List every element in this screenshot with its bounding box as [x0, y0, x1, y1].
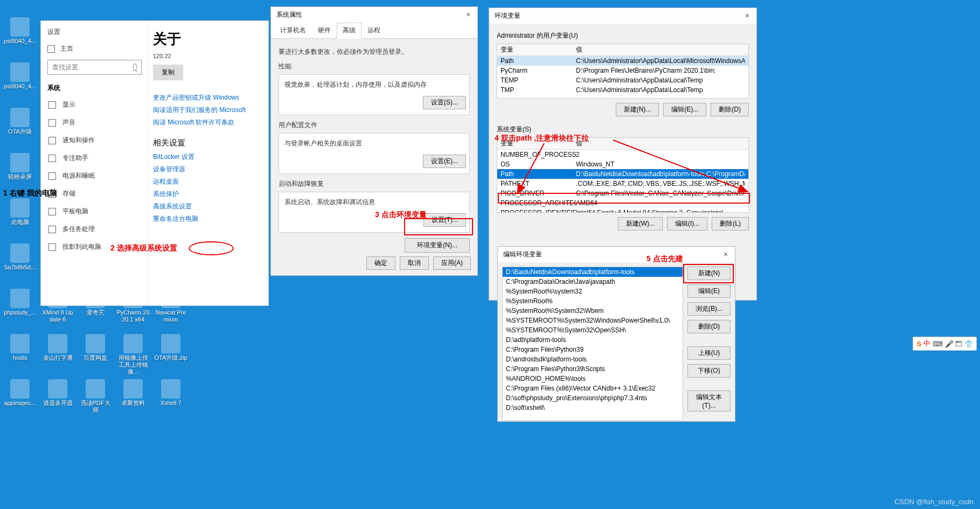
- ime-toolbar[interactable]: S 中 ⌨ 🎤 🗔 👕: [913, 337, 977, 351]
- path-item[interactable]: %SystemRoot%\System32\Wbem: [503, 306, 683, 316]
- path-item[interactable]: C:\ProgramData\Oracle\Java\javapath: [503, 277, 683, 287]
- home-item[interactable]: 主页: [41, 41, 148, 57]
- path-edit-button[interactable]: 编辑(E): [687, 284, 731, 298]
- desktop-icon[interactable]: 5a7b8b5d...: [3, 243, 37, 271]
- desktop-icon[interactable]: psi9040_4...: [3, 17, 37, 45]
- search-input[interactable]: [52, 64, 133, 71]
- user-edit-button[interactable]: 编辑(E)...: [663, 103, 706, 116]
- table-row[interactable]: PATHEXT.COM;.EXE;.BAT;.CMD;.VBS;.VBE;.JS…: [497, 179, 748, 189]
- desktop-icon[interactable]: 轻映录屏: [3, 153, 37, 180]
- tab[interactable]: 远程: [362, 23, 386, 38]
- user-vars-table[interactable]: 变量值 PathC:\Users\Administrator\AppData\L…: [497, 44, 749, 99]
- desktop-icon[interactable]: hosts: [3, 334, 37, 361]
- table-row[interactable]: PROCESSOR_IDENTIFIERIntel64 Family 6 Mod…: [497, 208, 748, 213]
- environment-variables-button[interactable]: 环境变量(N)...: [405, 238, 470, 253]
- path-item[interactable]: D:\soft\phpstudy_pro\Extensions\php\php7…: [503, 393, 683, 403]
- related-link[interactable]: 重命名这台电脑: [153, 214, 268, 224]
- sys-edit-button[interactable]: 编辑(I)...: [667, 217, 707, 231]
- path-item[interactable]: C:\Program Files\Python39: [503, 345, 683, 354]
- sidebar-item[interactable]: 专注助手: [41, 149, 148, 167]
- file-icon: [161, 379, 180, 399]
- close-icon[interactable]: ×: [464, 11, 472, 19]
- table-row[interactable]: PROCESSOR_ARCHITECT...AMD64: [497, 198, 748, 208]
- desktop-icon[interactable]: phpstudy_...: [3, 289, 37, 316]
- about-link[interactable]: 阅读适用于我们服务的 Microsoft: [153, 106, 268, 115]
- table-row[interactable]: TMPC:\Users\Administrator\AppData\Local\…: [497, 85, 748, 95]
- desktop-icon[interactable]: 卓聚资料: [116, 379, 150, 407]
- tab[interactable]: 计算机名: [274, 23, 312, 38]
- sidebar-item[interactable]: 存储: [41, 185, 148, 203]
- table-row[interactable]: OSWindows_NT: [497, 159, 748, 169]
- desktop-icon[interactable]: 金山打字通: [41, 334, 74, 361]
- ok-button[interactable]: 确定: [366, 256, 395, 270]
- related-link[interactable]: 高级系统设置: [153, 202, 268, 211]
- settings-search[interactable]: [47, 60, 142, 75]
- close-icon[interactable]: ×: [743, 12, 751, 20]
- desktop-icon[interactable]: 用镜像上传工具上传镜像...: [116, 334, 150, 376]
- path-item[interactable]: %SYSTEMROOT%\System32\OpenSSH\: [503, 325, 683, 335]
- path-item[interactable]: D:\adb\platform-tools: [503, 335, 683, 345]
- path-item[interactable]: %SystemRoot%: [503, 296, 683, 306]
- sidebar-item[interactable]: 投影到此电脑: [41, 238, 148, 256]
- desktop-icon[interactable]: appinspec...: [3, 379, 37, 407]
- path-item[interactable]: C:\Program Files\Python39\Scripts: [503, 364, 683, 374]
- desktop-icon[interactable]: 百度网盘: [79, 334, 112, 361]
- sys-vars-table[interactable]: 变量值 NUMBER_OF_PROCESSORS2OSWindows_NTPat…: [497, 137, 749, 213]
- path-item[interactable]: %SYSTEMROOT%\System32\WindowsPowerShell\…: [503, 316, 683, 325]
- sidebar-item[interactable]: 通知和操作: [41, 131, 148, 149]
- desktop-icon[interactable]: Xshell 7: [154, 379, 187, 407]
- desktop-icon[interactable]: 逍遥多开器: [41, 379, 74, 407]
- perf-settings-button[interactable]: 设置(S)...: [423, 96, 466, 109]
- desktop-icon[interactable]: 迅读PDF大师: [79, 379, 112, 414]
- close-icon[interactable]: ×: [722, 251, 729, 259]
- related-link[interactable]: 远程桌面: [153, 177, 268, 186]
- sidebar-item[interactable]: 电源和睡眠: [41, 167, 148, 185]
- var-name: PATHEXT: [501, 180, 576, 187]
- path-new-button[interactable]: 新建(N): [687, 267, 731, 280]
- path-movedown-button[interactable]: 下移(O): [687, 364, 731, 378]
- path-item[interactable]: %ANDROID_HOME%\tools: [503, 374, 683, 384]
- user-delete-button[interactable]: 删除(D): [711, 103, 749, 116]
- user-new-button[interactable]: 新建(N)...: [616, 103, 659, 116]
- desktop-icon[interactable]: OTA升级.zip: [154, 334, 187, 361]
- desktop-icon[interactable]: 此电脑: [3, 198, 37, 226]
- sidebar-item[interactable]: 平板电脑: [41, 203, 148, 220]
- related-link[interactable]: BitLocker 设置: [153, 152, 268, 162]
- path-item[interactable]: D:\androidsdk\platform-tools: [503, 354, 683, 364]
- cancel-button[interactable]: 取消: [400, 256, 429, 270]
- path-delete-button[interactable]: 删除(D): [687, 320, 731, 333]
- sidebar-item[interactable]: 声音: [41, 114, 148, 131]
- related-link[interactable]: 设备管理器: [153, 165, 268, 174]
- icon-label: psi9040_4...: [3, 38, 37, 45]
- path-list[interactable]: D:\BaiduNetdiskDownload\adb\platform-too…: [502, 267, 683, 421]
- table-row[interactable]: PICO_DRIVERC:\Program Files\Vector_CANoe…: [497, 189, 748, 198]
- path-item[interactable]: D:\soft\xshell\: [503, 403, 683, 413]
- startup-settings-button[interactable]: 设置(T)...: [423, 213, 466, 227]
- desktop-icon[interactable]: psi9040_4...: [3, 62, 37, 90]
- related-link[interactable]: 系统保护: [153, 190, 268, 199]
- sidebar-item[interactable]: 多任务处理: [41, 220, 148, 238]
- about-link[interactable]: 阅读 Microsoft 软件许可条款: [153, 118, 268, 127]
- table-row[interactable]: PyCharmD:\Program Files\JetBrains\PyChar…: [497, 66, 748, 75]
- userprofile-settings-button[interactable]: 设置(E)...: [423, 155, 466, 168]
- sys-new-button[interactable]: 新建(W)...: [618, 217, 663, 231]
- file-icon: [10, 334, 30, 353]
- path-moveup-button[interactable]: 上移(U): [687, 346, 731, 360]
- apply-button[interactable]: 应用(A): [433, 256, 471, 270]
- table-row[interactable]: PathD:\BaiduNetdiskDownload\adb\platform…: [497, 169, 748, 179]
- tab[interactable]: 硬件: [312, 23, 337, 38]
- table-row[interactable]: TEMPC:\Users\Administrator\AppData\Local…: [497, 75, 748, 85]
- path-edittext-button[interactable]: 编辑文本(T)...: [687, 391, 731, 412]
- table-row[interactable]: PathC:\Users\Administrator\AppData\Local…: [497, 56, 748, 66]
- about-link[interactable]: 更改产品密钥或升级 Windows: [153, 93, 268, 102]
- copy-button[interactable]: 复制: [153, 65, 183, 80]
- path-item[interactable]: C:\Program Files (x86)\Vector CANdb++ 3.…: [503, 384, 683, 393]
- path-item[interactable]: D:\BaiduNetdiskDownload\adb\platform-too…: [503, 267, 683, 277]
- path-browse-button[interactable]: 浏览(B)...: [687, 302, 731, 316]
- sidebar-item[interactable]: 显示: [41, 96, 148, 114]
- sys-delete-button[interactable]: 删除(L): [712, 217, 749, 231]
- path-item[interactable]: %SystemRoot%\system32: [503, 287, 683, 296]
- table-row[interactable]: NUMBER_OF_PROCESSORS2: [497, 150, 748, 159]
- desktop-icon[interactable]: OTA升级: [3, 108, 37, 135]
- tab[interactable]: 高级: [337, 23, 362, 39]
